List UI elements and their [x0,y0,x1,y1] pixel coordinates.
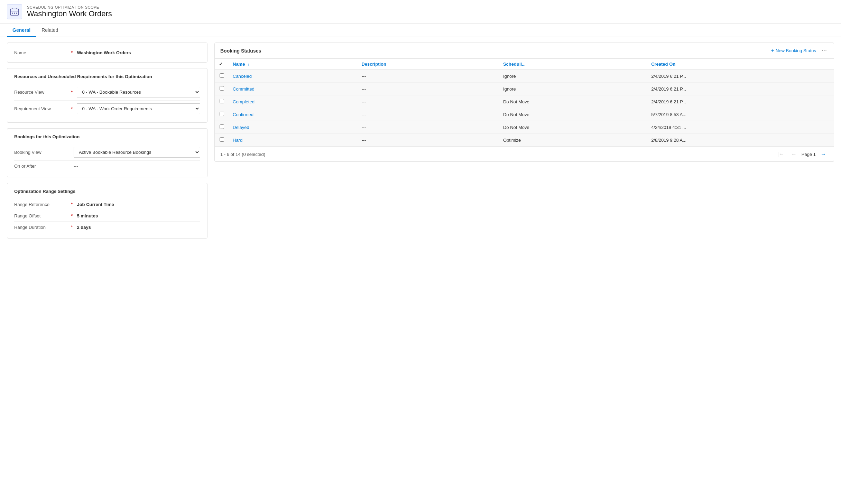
row-checkbox[interactable] [215,108,229,121]
row-description: --- [357,70,499,83]
on-or-after-row: On or After --- [14,161,200,171]
bookings-card: Bookings for this Optimization Booking V… [7,128,207,177]
name-field-row: Name * Washington Work Orders [14,47,200,58]
table-row[interactable]: Canceled --- Ignore 2/4/2019 6:21 P... [215,70,834,83]
row-created-on: 5/7/2019 8:53 A... [647,108,834,121]
created-on-column-header[interactable]: Created On [647,59,834,70]
resource-view-row: Resource View * 0 - WA - Bookable Resour… [14,84,200,101]
row-description: --- [357,95,499,108]
app-subtitle: SCHEDULING OPTIMIZATION SCOPE [27,5,112,9]
row-checkbox[interactable] [215,121,229,134]
row-created-on: 2/4/2019 6:21 P... [647,95,834,108]
booking-statuses-table: ✓ Name ↑ Description Scheduli... Create [215,59,834,147]
description-column-header[interactable]: Description [357,59,499,70]
bookings-title: Bookings for this Optimization [14,134,200,139]
booking-table-footer: 1 - 6 of 14 (0 selected) |← ← Page 1 → [215,147,834,161]
row-checkbox[interactable] [215,70,229,83]
row-created-on: 2/8/2019 9:28 A... [647,134,834,147]
row-created-on: 2/4/2019 6:21 P... [647,83,834,95]
svg-point-6 [16,13,17,14]
range-offset-value: 5 minutes [77,213,98,218]
booking-name-link[interactable]: Hard [233,138,242,143]
main-content: Name * Washington Work Orders Resources … [0,37,841,244]
requirement-view-row: Requirement View * 0 - WA - Work Order R… [14,101,200,117]
row-created-on: 2/4/2019 6:21 P... [647,70,834,83]
first-page-button[interactable]: |← [775,150,786,158]
svg-point-5 [14,13,15,14]
optimization-title: Optimization Range Settings [14,189,200,194]
name-card: Name * Washington Work Orders [7,43,207,63]
tab-related[interactable]: Related [36,24,64,37]
requirement-view-label: Requirement View [14,106,70,111]
booking-name-link[interactable]: Canceled [233,74,252,79]
row-name[interactable]: Canceled [229,70,357,83]
table-row[interactable]: Confirmed --- Do Not Move 5/7/2019 8:53 … [215,108,834,121]
app-title: Washington Work Orders [27,9,112,18]
optimization-card: Optimization Range Settings Range Refere… [7,183,207,239]
plus-icon: + [771,48,774,54]
range-offset-row: Range Offset * 5 minutes [14,210,200,222]
page-label: Page 1 [802,152,816,157]
range-reference-row: Range Reference * Job Current Time [14,199,200,210]
new-booking-label: New Booking Status [776,48,816,53]
new-booking-button[interactable]: + New Booking Status [771,48,816,54]
table-row[interactable]: Delayed --- Do Not Move 4/24/2019 4:31 .… [215,121,834,134]
range-duration-label: Range Duration [14,225,70,230]
row-name[interactable]: Hard [229,134,357,147]
row-description: --- [357,83,499,95]
booking-header-actions: + New Booking Status ··· [771,47,828,54]
row-checkbox[interactable] [215,95,229,108]
row-scheduling: Do Not Move [499,108,647,121]
range-offset-label: Range Offset [14,213,70,218]
row-scheduling: Ignore [499,83,647,95]
booking-name-link[interactable]: Completed [233,99,255,104]
booking-view-select[interactable]: Active Bookable Resource Bookings [74,147,200,158]
name-value: Washington Work Orders [77,50,131,55]
table-row[interactable]: Completed --- Do Not Move 2/4/2019 6:21 … [215,95,834,108]
range-duration-value: 2 days [77,225,91,230]
range-reference-label: Range Reference [14,202,70,207]
svg-rect-0 [10,9,19,15]
next-page-button[interactable]: → [819,150,828,158]
app-header: SCHEDULING OPTIMIZATION SCOPE Washington… [0,0,841,24]
row-name[interactable]: Completed [229,95,357,108]
booking-name-link[interactable]: Committed [233,86,255,92]
on-or-after-value: --- [74,164,78,169]
booking-statuses-panel: Booking Statuses + New Booking Status ··… [214,43,834,162]
left-panel: Name * Washington Work Orders Resources … [7,43,207,239]
booking-panel-title: Booking Statuses [220,48,771,54]
row-scheduling: Do Not Move [499,95,647,108]
scheduling-column-header[interactable]: Scheduli... [499,59,647,70]
booking-name-link[interactable]: Confirmed [233,112,253,117]
booking-view-label: Booking View [14,150,70,155]
name-label: Name [14,50,70,55]
row-checkbox[interactable] [215,134,229,147]
name-column-header[interactable]: Name ↑ [229,59,357,70]
row-name[interactable]: Committed [229,83,357,95]
pagination-controls: |← ← Page 1 → [775,150,828,158]
on-or-after-label: On or After [14,164,70,169]
tab-general[interactable]: General [7,24,36,37]
row-description: --- [357,121,499,134]
svg-point-4 [12,13,13,14]
requirement-view-select[interactable]: 0 - WA - Work Order Requirements [77,103,200,114]
resource-view-label: Resource View [14,90,70,95]
row-name[interactable]: Delayed [229,121,357,134]
row-created-on: 4/24/2019 4:31 ... [647,121,834,134]
ellipsis-menu-button[interactable]: ··· [820,47,828,54]
resource-view-select[interactable]: 0 - WA - Bookable Resources [77,87,200,97]
record-count: 1 - 6 of 14 (0 selected) [220,152,265,157]
tabs-bar: General Related [0,24,841,37]
row-checkbox[interactable] [215,83,229,95]
table-row[interactable]: Committed --- Ignore 2/4/2019 6:21 P... [215,83,834,95]
header-text: SCHEDULING OPTIMIZATION SCOPE Washington… [27,5,112,18]
select-all-header[interactable]: ✓ [215,59,229,70]
row-scheduling: Optimize [499,134,647,147]
row-name[interactable]: Confirmed [229,108,357,121]
prev-page-button[interactable]: ← [789,150,799,158]
name-sort-icon: ↑ [248,63,249,66]
right-panel: Booking Statuses + New Booking Status ··… [214,43,834,239]
table-row[interactable]: Hard --- Optimize 2/8/2019 9:28 A... [215,134,834,147]
booking-name-link[interactable]: Delayed [233,125,249,130]
range-reference-value: Job Current Time [77,202,114,207]
